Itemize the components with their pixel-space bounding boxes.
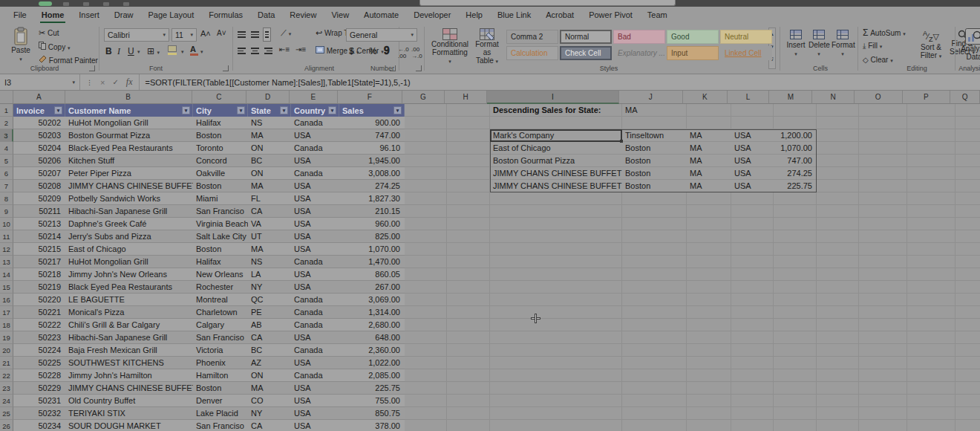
table-cell[interactable]: USA xyxy=(291,395,339,407)
table-row[interactable]: 50223Hibachi-San Japanese GrillSan Franc… xyxy=(13,331,405,344)
font-color-dropdown[interactable]: ▾ xyxy=(200,49,203,55)
table-row[interactable]: 50218Jimmy John's New OrleansNew Orleans… xyxy=(13,268,405,281)
table-cell[interactable]: QC xyxy=(248,294,291,306)
table-cell[interactable]: Baja Fresh Mexican Grill xyxy=(65,344,193,357)
table-cell[interactable]: HuHot Mongolian Grill xyxy=(65,256,193,268)
column-header-P[interactable]: P xyxy=(903,91,951,104)
cell-style-check-cell[interactable]: Check Cell xyxy=(560,46,612,60)
table-cell[interactable]: 1,470.00 xyxy=(339,256,405,268)
table-cell[interactable]: JIMMY CHANS CHINESE BUFFET xyxy=(65,180,193,192)
column-header-L[interactable]: L xyxy=(728,91,770,104)
table-cell[interactable]: 50202 xyxy=(13,117,65,129)
table-row[interactable]: 50217HuHot Mongolian GrillHalifaxNSCanad… xyxy=(13,256,405,268)
table-cell[interactable]: Black Eyed Pea Restaurants xyxy=(65,281,193,294)
column-header-O[interactable]: O xyxy=(855,91,903,104)
row-header-22[interactable]: 22 xyxy=(0,369,13,382)
fill-button[interactable]: ⤓ Fill ▾ xyxy=(863,42,882,51)
column-header-I[interactable]: I xyxy=(487,91,618,104)
table-header-state[interactable]: State▾ xyxy=(248,104,291,117)
table-row[interactable]: 50202HuHot Mongolian GrillHalifaxNSCanad… xyxy=(13,117,405,129)
table-cell[interactable]: 50221 xyxy=(13,306,65,319)
column-header-C[interactable]: C xyxy=(192,91,247,104)
table-cell[interactable]: USA xyxy=(291,129,339,142)
table-cell[interactable]: USA xyxy=(291,180,339,192)
fill-color-button[interactable] xyxy=(168,45,177,55)
insert-function-icon[interactable]: fx xyxy=(126,77,133,88)
table-cell[interactable]: San Franciso xyxy=(193,420,248,431)
row-header-25[interactable]: 25 xyxy=(0,407,13,420)
underline-button[interactable]: U xyxy=(128,46,134,56)
table-row[interactable]: 50208JIMMY CHANS CHINESE BUFFETBostonMAU… xyxy=(13,180,405,192)
table-cell[interactable]: Black-Eyed Pea Restaurants xyxy=(65,142,193,155)
table-cell[interactable]: Halifax xyxy=(193,256,248,268)
table-cell[interactable]: 2,680.00 xyxy=(339,319,405,331)
tab-power-pivot[interactable]: Power Pivot xyxy=(581,7,640,23)
table-cell[interactable]: Boston xyxy=(193,180,248,192)
tab-view[interactable]: View xyxy=(324,7,356,23)
worksheet-grid[interactable]: ABCDEFGHIJKLMNOPQ 1234567891011121314151… xyxy=(0,91,980,431)
select-all-corner[interactable] xyxy=(0,91,13,104)
table-cell[interactable]: New Orleans xyxy=(193,268,248,281)
table-cell[interactable]: 2,360.00 xyxy=(339,344,405,357)
fill-color-dropdown[interactable]: ▾ xyxy=(181,49,184,55)
table-cell[interactable]: Jimmy John's New Orleans xyxy=(65,268,193,281)
tab-blue-link[interactable]: Blue Link xyxy=(490,7,538,23)
column-header-Q[interactable]: Q xyxy=(950,91,980,104)
tab-draw[interactable]: Draw xyxy=(107,7,141,23)
table-cell[interactable]: 1,314.00 xyxy=(339,306,405,319)
table-cell[interactable]: USA xyxy=(291,192,339,205)
table-cell[interactable]: USA xyxy=(291,420,339,431)
autosave-toggle-icon[interactable] xyxy=(39,1,52,6)
table-cell[interactable]: USA xyxy=(291,230,339,243)
table-cell[interactable]: 50206 xyxy=(13,155,65,167)
tab-acrobat[interactable]: Acrobat xyxy=(538,7,581,23)
row-header-3[interactable]: 3 xyxy=(0,129,13,142)
table-cell[interactable]: Potbelly Sandwich Works xyxy=(65,192,193,205)
table-cell[interactable]: East of Chicago xyxy=(65,243,193,256)
table-cell[interactable]: NS xyxy=(248,117,291,129)
formula-input[interactable]: =SORT(FILTER(Table1[[Customer Name]:[Sal… xyxy=(140,78,980,87)
align-left-button[interactable] xyxy=(238,46,246,56)
table-cell[interactable]: HuHot Mongolian Grill xyxy=(65,117,193,129)
table-cell[interactable]: Victoria xyxy=(193,344,248,357)
table-cell[interactable]: LE BAGUETTE xyxy=(65,294,193,306)
table-cell[interactable]: SOUR DOUGH MARKET xyxy=(65,420,193,431)
table-header-invoice[interactable]: Invoice▾ xyxy=(13,104,65,117)
column-header-K[interactable]: K xyxy=(683,91,728,104)
table-cell[interactable]: 50217 xyxy=(13,256,65,268)
table-cell[interactable]: Miami xyxy=(193,192,248,205)
percent-style-button[interactable]: % xyxy=(369,46,377,56)
table-cell[interactable]: 1,945.00 xyxy=(339,155,405,167)
table-cell[interactable]: Hibachi-San Japanese Grill xyxy=(65,331,193,344)
borders-button[interactable]: ⊞ ▾ xyxy=(147,46,160,56)
table-cell[interactable]: PE xyxy=(248,306,291,319)
number-format-select[interactable]: General▾ xyxy=(346,28,417,42)
table-cell[interactable]: MA xyxy=(248,243,291,256)
table-cell[interactable]: 50214 xyxy=(13,230,65,243)
table-cell[interactable]: 50208 xyxy=(13,180,65,192)
table-cell[interactable]: 50234 xyxy=(13,420,65,431)
filter-dropdown-icon[interactable]: ▾ xyxy=(328,106,336,114)
row-header-9[interactable]: 9 xyxy=(0,205,13,218)
row-header-6[interactable]: 6 xyxy=(0,167,13,180)
decrease-decimal-button[interactable]: .00→.0 xyxy=(411,46,422,59)
table-cell[interactable]: 50209 xyxy=(13,192,65,205)
table-cell[interactable]: Rochester xyxy=(193,281,248,294)
align-top-button[interactable] xyxy=(238,30,246,39)
table-cell[interactable]: San Franciso xyxy=(193,331,248,344)
namebox-options-icon[interactable]: ⋮ xyxy=(86,79,93,86)
table-row[interactable]: 50225SOUTHWEST KITCHENSPhoenixAZUSA1,022… xyxy=(13,357,405,369)
table-cell[interactable]: 50228 xyxy=(13,369,65,382)
tab-home[interactable]: Home xyxy=(34,7,72,23)
table-cell[interactable]: FL xyxy=(248,192,291,205)
table-cell[interactable]: 50211 xyxy=(13,205,65,218)
table-cell[interactable]: Jerry's Subs and Pizza xyxy=(65,230,193,243)
decrease-indent-button[interactable]: ⇤≡ xyxy=(279,45,290,54)
row-header-17[interactable]: 17 xyxy=(0,306,13,319)
table-cell[interactable]: CA xyxy=(248,205,291,218)
table-row[interactable]: 50234SOUR DOUGH MARKETSan FrancisoCAUSA3… xyxy=(13,420,405,431)
tab-help[interactable]: Help xyxy=(458,7,490,23)
confirm-entry-icon[interactable]: ✓ xyxy=(112,78,118,86)
column-header-H[interactable]: H xyxy=(445,91,488,104)
table-cell[interactable]: NS xyxy=(248,256,291,268)
